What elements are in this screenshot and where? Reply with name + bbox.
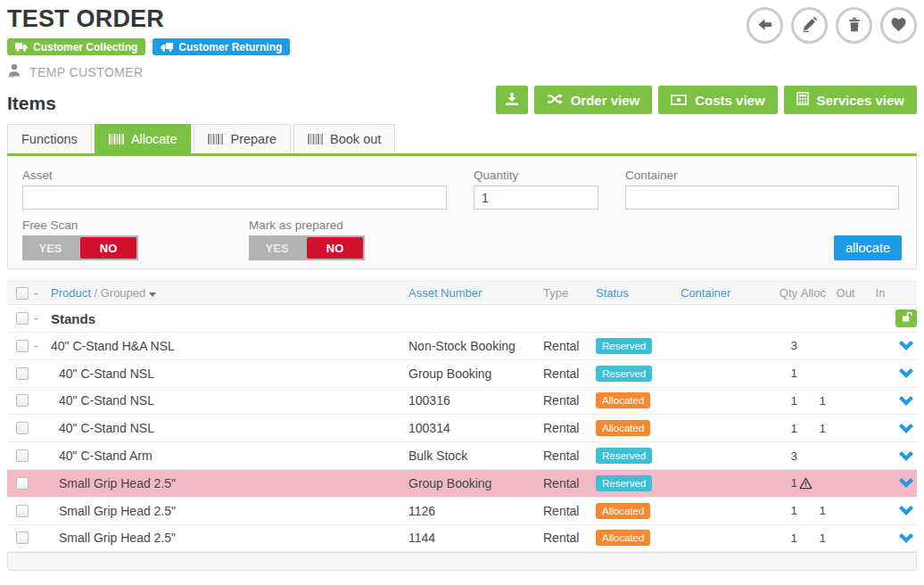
column-header-container[interactable]: Container — [681, 286, 730, 300]
free-scan-toggle[interactable]: YES NO — [22, 235, 138, 260]
column-header-grouped[interactable]: Grouped — [101, 286, 146, 300]
column-header-type: Type — [536, 286, 591, 300]
product-name: 40" C-Stand Arm — [46, 449, 401, 463]
arrow-left-icon — [756, 16, 773, 36]
items-table: - Product / Grouped Asset Number Type St… — [7, 281, 917, 571]
table-row: 40" C-Stand NSL 100314 Rental Allocated … — [7, 415, 917, 442]
table-row: Small Grip Head 2.5" 1126 Rental Allocat… — [7, 498, 917, 525]
items-section-header: Items Order view Costs view Services vie… — [7, 86, 917, 114]
row-checkbox[interactable] — [16, 449, 29, 462]
table-row: 40" C-Stand Arm Bulk Stock Rental Reserv… — [7, 442, 917, 470]
row-checkbox[interactable] — [16, 367, 29, 380]
edit-button[interactable] — [791, 7, 828, 44]
tab-prepare[interactable]: Prepare — [194, 124, 291, 153]
qty-value: 1 — [772, 367, 797, 380]
order-page: TEST ORDER Customer Collecting Customer … — [0, 0, 924, 571]
table-footer — [7, 552, 917, 571]
table-body: - 40" C-Stand H&A NSL Non-Stock Booking … — [7, 333, 917, 552]
row-checkbox[interactable] — [16, 531, 29, 544]
qty-value: 1 — [772, 422, 797, 435]
barcode-icon — [109, 134, 124, 144]
table-row: Small Grip Head 2.5" 1144 Rental Allocat… — [7, 525, 917, 553]
asset-input[interactable] — [22, 185, 447, 210]
column-header-qty: Qty — [772, 286, 797, 300]
column-header-asset-number[interactable]: Asset Number — [408, 286, 482, 300]
mark-as-prepared-label: Mark as prepared — [249, 218, 365, 232]
truck-icon — [161, 42, 173, 52]
group-checkbox[interactable] — [16, 312, 29, 325]
column-header-alloc: Alloc — [797, 286, 826, 300]
status-badge: Reserved — [596, 475, 652, 491]
status-badge-collecting: Customer Collecting — [7, 38, 145, 55]
tab-book-out[interactable]: Book out — [293, 124, 395, 153]
product-name: Small Grip Head 2.5" — [46, 476, 401, 490]
product-name: Small Grip Head 2.5" — [46, 531, 401, 545]
table-header-row: - Product / Grouped Asset Number Type St… — [7, 281, 917, 305]
heart-icon — [890, 16, 907, 35]
row-expander[interactable]: - — [34, 339, 46, 353]
status-badge: Allocated — [596, 530, 650, 546]
status-badge: Allocated — [596, 420, 650, 436]
qty-value: 3 — [772, 449, 797, 463]
barcode-icon — [208, 134, 223, 144]
barcode-icon — [308, 134, 323, 144]
row-chevron-down-icon[interactable] — [895, 368, 917, 378]
costs-view-button[interactable]: Costs view — [658, 86, 777, 114]
row-chevron-down-icon[interactable] — [895, 424, 917, 433]
order-view-button[interactable]: Order view — [534, 86, 653, 114]
table-row: Small Grip Head 2.5" Group Booking Renta… — [7, 470, 917, 498]
row-checkbox[interactable] — [16, 505, 29, 517]
calculator-icon — [796, 92, 809, 108]
order-header: TEST ORDER Customer Collecting Customer … — [7, 5, 917, 80]
row-chevron-down-icon[interactable] — [895, 341, 917, 350]
shuffle-icon — [547, 93, 563, 108]
column-header-out: Out — [826, 286, 865, 300]
collapse-all-control[interactable]: - — [34, 286, 46, 301]
column-header-status[interactable]: Status — [596, 286, 629, 300]
column-header-product[interactable]: Product — [51, 286, 91, 300]
qty-value: 1 — [772, 476, 797, 490]
row-checkbox[interactable] — [16, 394, 29, 407]
truck-icon — [15, 42, 28, 52]
tab-allocate[interactable]: Allocate — [95, 124, 192, 153]
group-row-stands: - Stands — [7, 305, 917, 333]
select-all-checkbox[interactable] — [16, 287, 29, 300]
product-name: 40" C-Stand NSL — [46, 421, 401, 435]
container-input[interactable] — [625, 185, 899, 210]
tab-functions[interactable]: Functions — [7, 124, 92, 153]
header-actions — [747, 7, 917, 44]
quantity-input[interactable] — [474, 185, 598, 210]
row-chevron-down-icon[interactable] — [895, 478, 917, 488]
row-checkbox[interactable] — [16, 477, 29, 490]
row-chevron-down-icon[interactable] — [895, 451, 917, 461]
item-type: Rental — [536, 339, 591, 353]
product-name: 40" C-Stand NSL — [46, 393, 401, 408]
favorite-button[interactable] — [880, 7, 917, 44]
group-collapse-control[interactable]: - — [34, 311, 46, 325]
allocate-panel: Asset Quantity Container Free Scan YES N… — [7, 156, 917, 269]
qty-value: 1 — [772, 531, 797, 545]
back-button[interactable] — [747, 7, 783, 44]
mark-as-prepared-toggle[interactable]: YES NO — [249, 235, 365, 260]
asset-number: 100316 — [401, 393, 536, 408]
download-icon — [505, 92, 519, 109]
asset-number: 1144 — [401, 531, 536, 545]
row-chevron-down-icon[interactable] — [895, 506, 917, 515]
customer-row: TEMP CUSTOMER — [7, 63, 917, 80]
row-chevron-down-icon[interactable] — [895, 396, 917, 406]
row-chevron-down-icon[interactable] — [895, 533, 917, 543]
table-row: 40" C-Stand NSL Group Booking Rental Res… — [7, 360, 917, 388]
row-checkbox[interactable] — [16, 422, 29, 434]
download-button[interactable] — [496, 86, 528, 114]
qty-value: 1 — [772, 394, 797, 408]
asset-number: Group Booking — [401, 367, 536, 381]
row-checkbox[interactable] — [16, 340, 29, 352]
services-view-button[interactable]: Services view — [784, 86, 917, 114]
group-name: Stands — [46, 311, 401, 326]
caret-down-icon — [149, 292, 156, 297]
item-type: Rental — [536, 504, 591, 518]
allocate-button[interactable]: allocate — [834, 235, 902, 260]
delete-button[interactable] — [836, 7, 872, 44]
unlock-button[interactable] — [895, 309, 917, 327]
table-row: 40" C-Stand NSL 100316 Rental Allocated … — [7, 388, 917, 416]
